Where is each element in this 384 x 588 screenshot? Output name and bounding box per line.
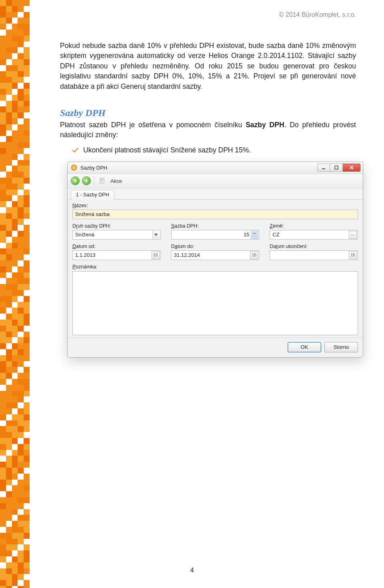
- input-zeme[interactable]: CZ ···: [270, 230, 358, 240]
- app-icon: [71, 164, 77, 171]
- label-poznamka: Poznámka:: [72, 264, 358, 270]
- svg-point-8: [255, 234, 256, 235]
- back-button[interactable]: [71, 176, 80, 185]
- maximize-icon: [334, 166, 338, 170]
- input-datum-do[interactable]: 31.12.2014 15: [171, 250, 260, 260]
- form-area: Název: Snížená sazba Druh sazby DPH: Sní…: [68, 200, 363, 338]
- minimize-icon: [322, 166, 326, 170]
- ellipsis-icon[interactable]: ···: [349, 231, 357, 239]
- bullet-text: Ukončení platnosti stávající Snížené saz…: [83, 146, 251, 154]
- tabstrip: 1 - Sazby DPH: [68, 188, 363, 200]
- calendar-icon[interactable]: 15: [250, 251, 258, 259]
- arrow-down-icon: [84, 179, 88, 183]
- page-number: 4: [190, 566, 194, 574]
- label-druh: Druh sazby DPH:: [72, 223, 161, 229]
- decorative-sidebar: [0, 0, 30, 588]
- close-button[interactable]: [343, 164, 360, 172]
- section-heading: Sazby DPH: [60, 108, 356, 118]
- svg-rect-1: [322, 168, 325, 169]
- storno-button[interactable]: Storno: [324, 342, 358, 352]
- tab-sazby-dph[interactable]: 1 - Sazby DPH: [71, 190, 114, 200]
- maximize-button[interactable]: [330, 164, 343, 172]
- input-datum-ukonceni[interactable]: 15: [270, 250, 358, 260]
- input-nazev[interactable]: Snížená sazba: [72, 210, 358, 219]
- label-sazba: Sazba DPH:: [171, 223, 260, 229]
- input-datum-od[interactable]: 1.1.2013 15: [72, 250, 161, 260]
- titlebar[interactable]: Sazby DPH: [68, 162, 363, 174]
- toolbar-separator: [94, 176, 94, 186]
- svg-rect-5: [253, 233, 256, 234]
- calendar-icon[interactable]: 15: [349, 251, 357, 259]
- toolbar: Akce: [68, 174, 363, 188]
- calculator-icon[interactable]: [251, 231, 258, 239]
- svg-point-11: [255, 236, 256, 236]
- textarea-poznamka[interactable]: [72, 271, 358, 335]
- bullet-item: Ukončení platnosti stávající Snížené saz…: [72, 146, 356, 154]
- dialog-window: Sazby DPH: [67, 162, 363, 358]
- label-datum-od: Datum od:: [72, 244, 161, 249]
- chevron-down-icon: [152, 231, 160, 239]
- svg-point-7: [254, 234, 255, 235]
- label-zeme: Země:: [270, 223, 358, 229]
- window-title: Sazby DPH: [80, 165, 314, 171]
- label-datum-do: Datum do:: [171, 244, 260, 249]
- label-datum-ukonceni: Datum ukončení:: [270, 244, 358, 249]
- close-icon: [349, 165, 354, 170]
- check-icon: [72, 147, 78, 154]
- action-icon[interactable]: [98, 176, 107, 186]
- document-page: © 2014 BüroKomplet, s.r.o. Pokud nebude …: [0, 0, 384, 588]
- dialog-button-row: OK Storno: [68, 338, 363, 357]
- minimize-button[interactable]: [317, 164, 330, 172]
- label-nazev: Název:: [72, 203, 358, 208]
- forward-button[interactable]: [82, 176, 91, 185]
- arrow-up-icon: [73, 179, 77, 183]
- svg-point-6: [254, 234, 254, 235]
- copyright-text: © 2014 BüroKomplet, s.r.o.: [279, 11, 356, 18]
- document-icon: [99, 177, 106, 184]
- ok-button[interactable]: OK: [288, 342, 321, 352]
- svg-point-9: [254, 236, 254, 236]
- combo-druh[interactable]: Snížená: [72, 230, 161, 240]
- input-sazba[interactable]: 15: [171, 230, 260, 240]
- calendar-icon[interactable]: 15: [152, 251, 160, 259]
- svg-point-10: [254, 236, 255, 236]
- toolbar-action-label[interactable]: Akce: [110, 178, 122, 184]
- svg-rect-2: [335, 166, 338, 169]
- body-paragraph-1: Pokud nebude sazba daně 10% v přehledu D…: [60, 41, 356, 92]
- body-paragraph-2: Platnost sazeb DPH je ošetřena v pomocné…: [60, 120, 356, 140]
